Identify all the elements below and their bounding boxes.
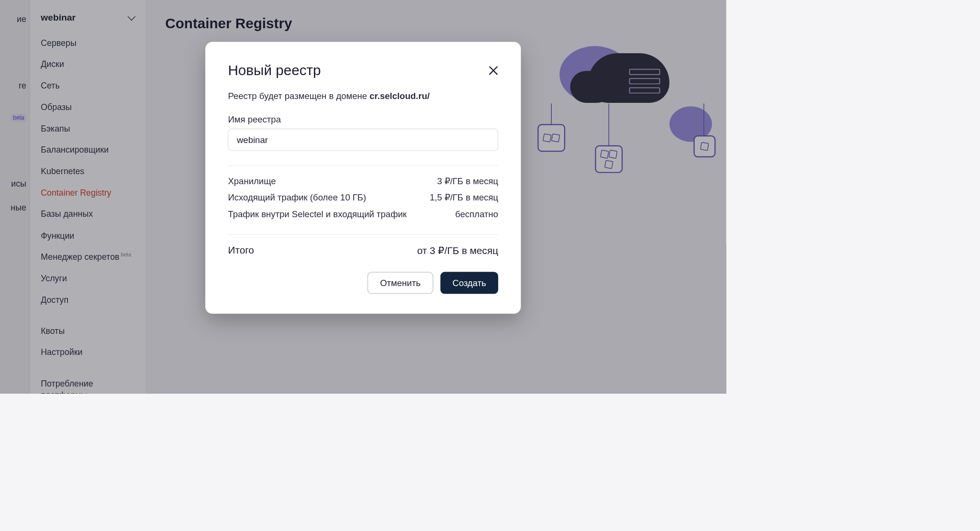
modal-title: Новый реестр	[228, 62, 321, 78]
cancel-button[interactable]: Отменить	[367, 272, 433, 294]
create-registry-modal: Новый реестр Реестр будет размещен в дом…	[205, 42, 521, 313]
pricing-label: Хранилище	[228, 176, 276, 186]
pricing-label: Исходящий трафик (более 10 ГБ)	[228, 192, 366, 202]
pricing-row: Трафик внутри Selectel и входящий трафик…	[228, 209, 498, 219]
modal-description: Реестр будет размещен в домене cr.selclo…	[228, 91, 498, 101]
pricing-value: 1,5 ₽/ГБ в месяц	[430, 192, 498, 202]
create-button[interactable]: Создать	[440, 272, 498, 294]
total-value: от 3 ₽/ГБ в месяц	[417, 244, 498, 256]
pricing-total: Итого от 3 ₽/ГБ в месяц	[228, 244, 498, 256]
pricing-value: 3 ₽/ГБ в месяц	[437, 176, 498, 186]
divider	[228, 234, 498, 235]
close-icon[interactable]	[488, 66, 498, 76]
registry-name-label: Имя реестра	[228, 114, 498, 124]
total-label: Итого	[228, 244, 254, 256]
pricing-row: Исходящий трафик (более 10 ГБ)1,5 ₽/ГБ в…	[228, 192, 498, 202]
app-root: ие re beta исы ные webinar СерверыДискиС…	[0, 0, 726, 394]
pricing-value: бесплатно	[455, 209, 498, 219]
divider	[228, 166, 498, 166]
registry-name-input[interactable]	[228, 129, 498, 151]
modal-overlay[interactable]: Новый реестр Реестр будет размещен в дом…	[0, 0, 726, 394]
pricing-label: Трафик внутри Selectel и входящий трафик	[228, 209, 406, 219]
pricing-row: Хранилище3 ₽/ГБ в месяц	[228, 176, 498, 186]
pricing-list: Хранилище3 ₽/ГБ в месяцИсходящий трафик …	[228, 176, 498, 220]
